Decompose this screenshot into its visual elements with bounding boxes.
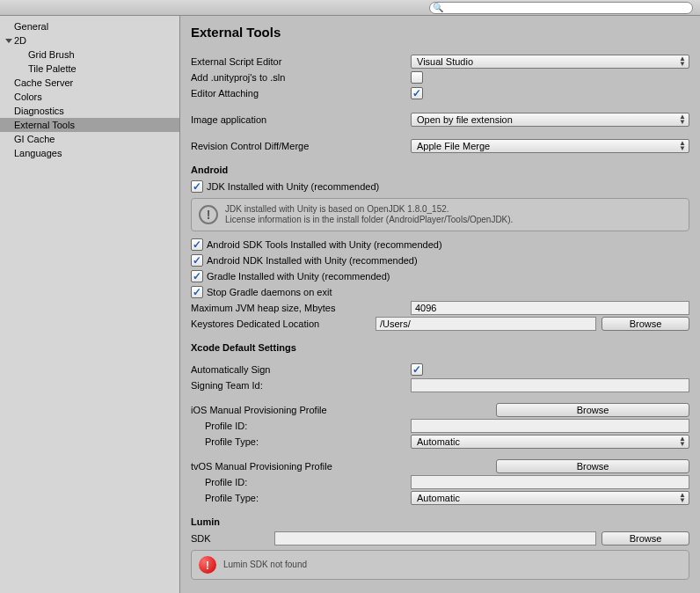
editor-attaching-label: Editor Attaching bbox=[191, 88, 411, 99]
lumin-sdk-label: SDK bbox=[191, 533, 274, 544]
jdk-info-box: ! JDK installed with Unity is based on O… bbox=[191, 198, 689, 231]
sidebar-item-cache-server[interactable]: Cache Server bbox=[0, 76, 179, 90]
sidebar-item-label: Cache Server bbox=[14, 77, 73, 88]
error-icon: ! bbox=[199, 556, 216, 574]
revision-control-label: Revision Control Diff/Merge bbox=[191, 141, 411, 151]
sidebar-item-external-tools[interactable]: External Tools bbox=[0, 118, 179, 132]
signing-team-input[interactable] bbox=[411, 378, 689, 392]
jvm-heap-label: Maximum JVM heap size, Mbytes bbox=[191, 303, 411, 313]
sidebar-item-2d[interactable]: 2D bbox=[0, 33, 179, 48]
jdk-checkbox[interactable] bbox=[191, 180, 203, 193]
sidebar-item-label: GI Cache bbox=[14, 134, 55, 144]
sidebar-item-gi-cache[interactable]: GI Cache bbox=[0, 132, 179, 146]
updown-icon: ▲▼ bbox=[679, 493, 686, 503]
revision-control-select[interactable]: Apple File Merge▲▼ bbox=[411, 139, 689, 153]
tvos-profile-type-select[interactable]: Automatic▲▼ bbox=[411, 491, 689, 505]
android-ndk-checkbox[interactable] bbox=[191, 254, 203, 267]
lumin-error-box: ! Lumin SDK not found bbox=[191, 550, 689, 580]
sidebar-item-languages[interactable]: Languages bbox=[0, 146, 179, 160]
external-script-editor-label: External Script Editor bbox=[191, 56, 411, 67]
sidebar-item-label: Grid Brush bbox=[28, 49, 75, 60]
stop-gradle-checkbox[interactable] bbox=[191, 286, 203, 298]
updown-icon: ▲▼ bbox=[679, 114, 686, 125]
lumin-browse-button[interactable]: Browse bbox=[602, 531, 689, 545]
ios-profile-label: iOS Manual Provisioning Profile bbox=[191, 405, 496, 415]
content-panel: External Tools External Script Editor Vi… bbox=[180, 16, 700, 593]
auto-sign-label: Automatically Sign bbox=[191, 364, 411, 375]
ios-profile-id-input[interactable] bbox=[411, 419, 689, 433]
lumin-sdk-input[interactable] bbox=[274, 531, 596, 545]
tvos-browse-button[interactable]: Browse bbox=[496, 459, 689, 473]
tvos-profile-id-label: Profile ID: bbox=[191, 477, 411, 487]
ios-browse-button[interactable]: Browse bbox=[496, 403, 689, 417]
android-section-label: Android bbox=[191, 165, 689, 175]
sidebar-item-label: External Tools bbox=[14, 120, 75, 130]
tvos-profile-label: tvOS Manual Provisioning Profile bbox=[191, 461, 496, 472]
lumin-error-text: Lumin SDK not found bbox=[223, 560, 307, 570]
sidebar-item-general[interactable]: General bbox=[0, 19, 179, 33]
lumin-section-label: Lumin bbox=[191, 516, 689, 527]
ios-profile-type-select[interactable]: Automatic▲▼ bbox=[411, 435, 689, 449]
jdk-label: JDK Installed with Unity (recommended) bbox=[207, 181, 379, 192]
tvos-profile-id-input[interactable] bbox=[411, 475, 689, 489]
updown-icon: ▲▼ bbox=[679, 436, 686, 447]
add-unityproj-checkbox[interactable] bbox=[411, 71, 423, 84]
jvm-heap-input[interactable] bbox=[411, 301, 689, 315]
sidebar-item-label: Languages bbox=[14, 148, 62, 158]
image-application-select[interactable]: Open by file extension▲▼ bbox=[411, 113, 689, 127]
stop-gradle-label: Stop Gradle daemons on exit bbox=[207, 287, 332, 297]
sidebar-item-label: Tile Palette bbox=[28, 63, 77, 74]
sidebar: General 2D Grid Brush Tile Palette Cache… bbox=[0, 16, 180, 593]
sidebar-item-label: Diagnostics bbox=[14, 106, 64, 116]
info-icon: ! bbox=[199, 205, 218, 224]
toolbar: 🔍 bbox=[0, 0, 700, 16]
keystore-browse-button[interactable]: Browse bbox=[602, 317, 689, 331]
sidebar-item-label: 2D bbox=[14, 35, 26, 46]
search-wrap: 🔍 bbox=[429, 2, 693, 14]
ios-profile-type-label: Profile Type: bbox=[191, 436, 411, 447]
sidebar-item-grid-brush[interactable]: Grid Brush bbox=[0, 48, 179, 62]
auto-sign-checkbox[interactable] bbox=[411, 363, 423, 376]
android-sdk-tools-label: Android SDK Tools Installed with Unity (… bbox=[207, 239, 442, 250]
page-title: External Tools bbox=[191, 25, 689, 40]
sidebar-item-label: General bbox=[14, 21, 48, 32]
jdk-info-text: JDK installed with Unity is based on Ope… bbox=[225, 204, 513, 225]
sidebar-item-label: Colors bbox=[14, 92, 42, 102]
sidebar-item-colors[interactable]: Colors bbox=[0, 90, 179, 104]
keystore-input[interactable] bbox=[376, 317, 596, 331]
external-script-editor-select[interactable]: Visual Studio▲▼ bbox=[411, 55, 689, 69]
gradle-label: Gradle Installed with Unity (recommended… bbox=[207, 271, 390, 282]
updown-icon: ▲▼ bbox=[679, 56, 686, 67]
sidebar-item-tile-palette[interactable]: Tile Palette bbox=[0, 62, 179, 76]
chevron-down-icon bbox=[5, 39, 12, 43]
keystore-label: Keystores Dedicated Location bbox=[191, 318, 376, 329]
editor-attaching-checkbox[interactable] bbox=[411, 87, 423, 99]
signing-team-label: Signing Team Id: bbox=[191, 380, 411, 391]
image-application-label: Image application bbox=[191, 114, 411, 125]
updown-icon: ▲▼ bbox=[679, 141, 686, 151]
tvos-profile-type-label: Profile Type: bbox=[191, 493, 411, 503]
android-sdk-tools-checkbox[interactable] bbox=[191, 238, 203, 251]
xcode-section-label: Xcode Default Settings bbox=[191, 342, 689, 353]
sidebar-item-diagnostics[interactable]: Diagnostics bbox=[0, 104, 179, 118]
ios-profile-id-label: Profile ID: bbox=[191, 421, 411, 431]
android-ndk-label: Android NDK Installed with Unity (recomm… bbox=[207, 255, 418, 266]
gradle-checkbox[interactable] bbox=[191, 270, 203, 282]
add-unityproj-label: Add .unityproj's to .sln bbox=[191, 72, 411, 83]
search-input[interactable] bbox=[429, 2, 693, 14]
